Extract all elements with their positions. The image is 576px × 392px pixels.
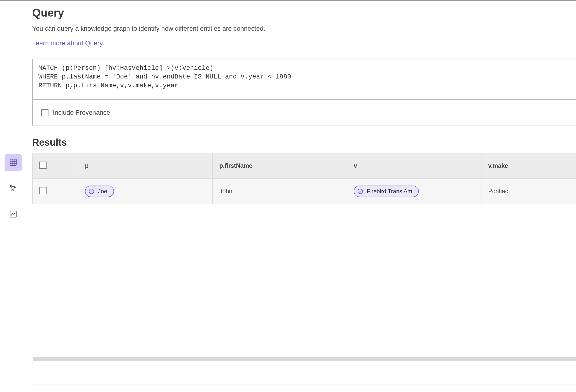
page-subtitle: You can query a knowledge graph to ident… (32, 25, 265, 32)
table-row[interactable]: Joe John Firebird Trans Am Pontiac (33, 179, 576, 204)
horizontal-scrollbar[interactable] (33, 357, 576, 361)
svg-point-5 (10, 185, 12, 187)
sidebar-item-graph-view[interactable] (4, 180, 22, 197)
results-title: Results (32, 137, 576, 148)
column-header[interactable]: p (78, 153, 213, 179)
main-content: Query You can query a knowledge graph to… (27, 0, 576, 392)
results-container: p p.firstName v v.make (32, 153, 576, 385)
query-toolbar: Include Provenance Clear Run (33, 99, 576, 125)
query-panel: Include Provenance Clear Run (32, 59, 576, 126)
svg-line-8 (12, 186, 14, 187)
cell-v-make: Pontiac (481, 179, 576, 204)
entity-chip-p[interactable]: Joe (85, 185, 114, 197)
sidebar-item-chart-view[interactable] (4, 206, 22, 223)
checkbox-box-icon (39, 162, 47, 169)
results-view-sidebar (0, 0, 27, 392)
table-footer: 1-1 of 1 ❮ ❯ (32, 362, 576, 385)
query-editor[interactable] (33, 59, 576, 98)
entity-dot-icon (358, 189, 363, 194)
cell-v: Firebird Trans Am (347, 179, 481, 204)
select-all-header[interactable] (33, 153, 78, 179)
entity-chip-label: Joe (98, 188, 107, 195)
page-title: Query (32, 6, 576, 19)
graph-icon (9, 184, 17, 193)
chart-icon (9, 210, 17, 219)
cell-p-firstname: John (213, 179, 347, 204)
table-icon (9, 158, 17, 167)
cell-p: Joe (78, 179, 213, 204)
page: Query You can query a knowledge graph to… (0, 0, 576, 392)
checkbox-box-icon (39, 187, 47, 194)
entity-dot-icon (89, 189, 94, 194)
sidebar-item-table-view[interactable] (4, 154, 22, 171)
include-provenance-label: Include Provenance (53, 109, 110, 117)
row-select-cell[interactable] (33, 179, 78, 204)
svg-point-6 (14, 186, 16, 188)
svg-rect-0 (10, 159, 16, 165)
entity-chip-v[interactable]: Firebird Trans Am (354, 185, 419, 197)
svg-line-9 (11, 187, 12, 189)
table-header-row: p p.firstName v v.make (33, 153, 576, 179)
column-header[interactable]: v (347, 153, 481, 179)
results-table: p p.firstName v v.make (32, 153, 576, 204)
svg-line-10 (13, 187, 15, 190)
results-table-scroll[interactable]: p p.firstName v v.make (32, 153, 576, 357)
intro-row: You can query a knowledge graph to ident… (32, 25, 576, 56)
include-provenance-checkbox[interactable]: Include Provenance (41, 109, 110, 117)
checkbox-box-icon (41, 109, 49, 117)
intro-text-block: You can query a knowledge graph to ident… (32, 25, 265, 56)
column-header[interactable]: p.firstName (213, 153, 347, 179)
column-header[interactable]: v.make (481, 153, 576, 179)
learn-more-link[interactable]: Learn more about Query (32, 40, 103, 47)
entity-chip-label: Firebird Trans Am (367, 188, 412, 195)
